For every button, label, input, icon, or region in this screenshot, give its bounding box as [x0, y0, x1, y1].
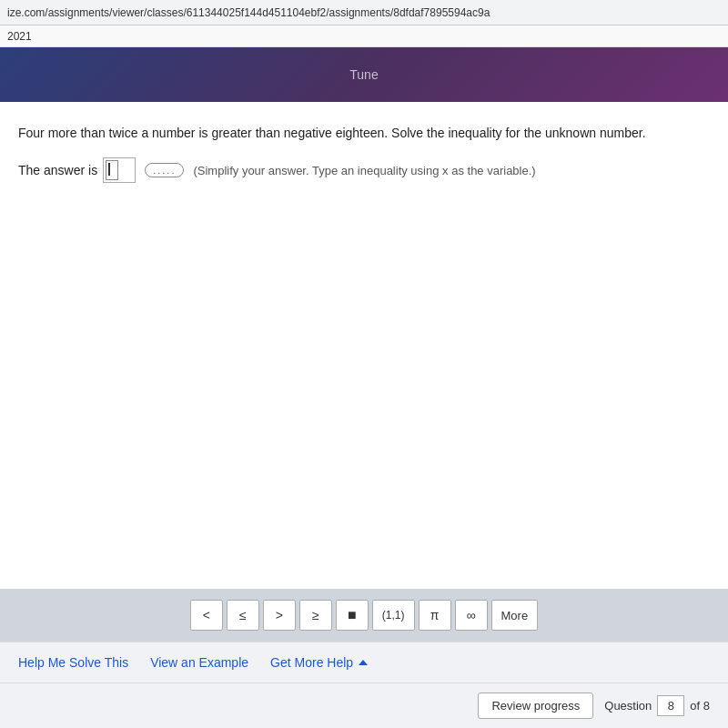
of-label: of 8 [690, 699, 710, 713]
question-indicator: Question 8 of 8 [604, 695, 710, 716]
more-button[interactable]: More [491, 600, 539, 631]
page-container: ize.com/assignments/viewer/classes/61134… [0, 0, 728, 728]
view-example-link[interactable]: View an Example [150, 655, 248, 670]
less-than-button[interactable]: < [190, 600, 223, 631]
question-text: Four more than twice a number is greater… [18, 124, 710, 143]
get-more-help-label: Get More Help [270, 655, 353, 670]
pi-button[interactable]: π [419, 600, 451, 631]
question-number: 8 [657, 695, 684, 716]
less-than-equal-button[interactable]: ≤ [227, 600, 259, 631]
browser-bar: ize.com/assignments/viewer/classes/61134… [0, 0, 728, 25]
greater-than-equal-button[interactable]: ≥ [299, 600, 332, 631]
content-area: Four more than twice a number is greater… [0, 102, 728, 728]
footer-bar: Review progress Question 8 of 8 [0, 682, 728, 728]
simplify-hint: (Simplify your answer. Type an inequalit… [193, 164, 535, 177]
header-title: Tune [349, 67, 378, 82]
answer-label: The answer is [18, 163, 97, 177]
app-header: Tune [0, 47, 728, 102]
year-bar: 2021 [0, 25, 728, 47]
help-me-solve-link[interactable]: Help Me Solve This [18, 655, 128, 670]
url-text: ize.com/assignments/viewer/classes/61134… [7, 6, 490, 19]
answer-input[interactable] [103, 157, 136, 183]
infinity-button[interactable]: ∞ [455, 600, 488, 631]
question-label: Question [604, 699, 652, 713]
math-content: Four more than twice a number is greater… [0, 102, 728, 589]
answer-row: The answer is ..... (Simplify your answe… [18, 157, 710, 183]
year-text: 2021 [7, 30, 32, 43]
get-more-help-button[interactable]: Get More Help [270, 655, 368, 670]
hint-bubble[interactable]: ..... [145, 163, 184, 177]
bottom-actions: Help Me Solve This View an Example Get M… [0, 642, 728, 682]
math-toolbar: < ≤ > ≥ ■ (1,1) π ∞ More [0, 589, 728, 642]
fraction-button[interactable]: ■ [336, 600, 369, 631]
review-progress-button[interactable]: Review progress [478, 693, 593, 719]
greater-than-button[interactable]: > [263, 600, 296, 631]
interval-button[interactable]: (1,1) [372, 600, 415, 631]
cursor-indicator [106, 160, 118, 180]
cursor-line [108, 163, 110, 176]
chevron-up-icon [359, 660, 368, 665]
